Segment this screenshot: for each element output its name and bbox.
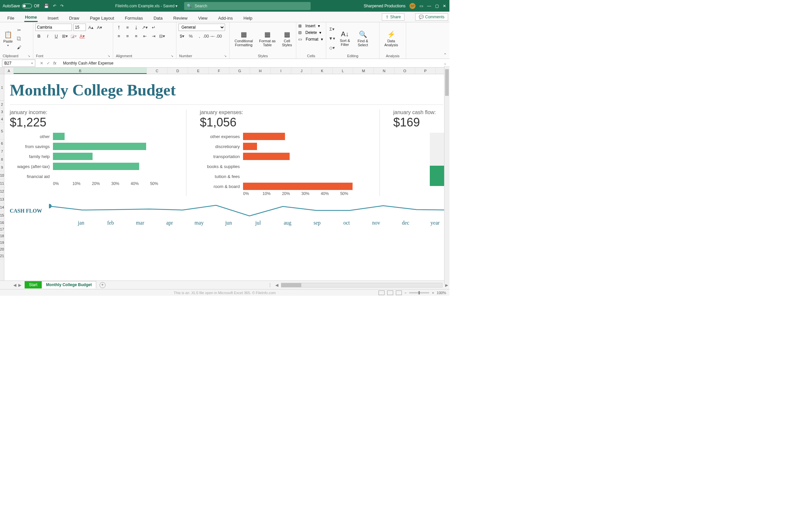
normal-view-icon[interactable] xyxy=(378,290,385,295)
spreadsheet-grid[interactable]: 123456789101112131415161718192021 ABCDEF… xyxy=(0,68,449,281)
share-button[interactable]: ⇪Share xyxy=(382,13,405,21)
enter-formula-icon[interactable]: ✓ xyxy=(47,61,50,65)
tab-view[interactable]: View xyxy=(198,14,208,22)
align-center-icon[interactable]: ≡ xyxy=(124,32,131,40)
align-top-icon[interactable]: ⭱ xyxy=(115,24,123,31)
row-header-20[interactable]: 20 xyxy=(0,246,4,252)
comments-button[interactable]: 💬Comments xyxy=(415,13,448,21)
vertical-scrollbar[interactable] xyxy=(444,66,449,284)
col-header-J[interactable]: J xyxy=(291,68,312,74)
col-header-F[interactable]: F xyxy=(209,68,229,74)
col-header-E[interactable]: E xyxy=(188,68,209,74)
align-right-icon[interactable]: ≡ xyxy=(132,32,140,40)
italic-button[interactable]: I xyxy=(44,32,51,40)
increase-indent-icon[interactable]: ⇥ xyxy=(150,32,157,40)
minimize-icon[interactable]: — xyxy=(427,4,431,8)
sheet-tab-start[interactable]: Start xyxy=(25,281,42,288)
col-header-G[interactable]: G xyxy=(229,68,250,74)
find-select-button[interactable]: 🔍Find & Select xyxy=(354,30,372,48)
copy-icon[interactable]: ⿻ xyxy=(15,35,23,43)
save-icon[interactable]: 💾 xyxy=(44,4,49,8)
col-header-L[interactable]: L xyxy=(333,68,353,74)
row-header-2[interactable]: 2 xyxy=(0,101,4,108)
row-header-7[interactable]: 7 xyxy=(0,147,4,155)
row-header-11[interactable]: 11 xyxy=(0,179,4,187)
maximize-icon[interactable]: ▢ xyxy=(435,4,439,8)
bold-button[interactable]: B xyxy=(35,32,43,40)
comma-icon[interactable]: , xyxy=(196,32,203,40)
search-input[interactable]: 🔍 Search xyxy=(184,2,311,10)
col-header-M[interactable]: M xyxy=(353,68,374,74)
row-header-10[interactable]: 10 xyxy=(0,171,4,179)
decrease-indent-icon[interactable]: ⇤ xyxy=(141,32,148,40)
tab-help[interactable]: Help xyxy=(243,14,253,22)
account-name[interactable]: Sharpened Productions xyxy=(364,4,406,8)
row-header-5[interactable]: 5 xyxy=(0,123,4,139)
align-middle-icon[interactable]: ≡ xyxy=(124,24,131,31)
cancel-formula-icon[interactable]: ✕ xyxy=(40,61,43,65)
row-header-4[interactable]: 4 xyxy=(0,115,4,123)
data-analysis-button[interactable]: ⚡Data Analysis xyxy=(382,30,401,48)
account-avatar[interactable]: SP xyxy=(409,3,415,9)
percent-icon[interactable]: % xyxy=(187,32,194,40)
filename-label[interactable]: FileInfo.com Example.xls - Saved ▾ xyxy=(115,4,178,8)
autosave-toggle[interactable]: AutoSave Off xyxy=(0,4,42,8)
number-format-select[interactable]: General xyxy=(179,24,225,31)
zoom-slider[interactable] xyxy=(409,292,429,293)
row-header-17[interactable]: 17 xyxy=(0,226,4,232)
col-header-I[interactable]: I xyxy=(271,68,291,74)
tab-file[interactable]: File xyxy=(7,14,15,22)
col-header-C[interactable]: C xyxy=(147,68,167,74)
font-launcher-icon[interactable]: ↘ xyxy=(108,54,110,58)
orientation-icon[interactable]: ↗▾ xyxy=(141,24,148,31)
horizontal-scrollbar[interactable] xyxy=(281,283,443,287)
tab-data[interactable]: Data xyxy=(153,14,163,22)
row-header-21[interactable]: 21 xyxy=(0,252,4,259)
col-header-P[interactable]: P xyxy=(415,68,436,74)
collapse-ribbon-icon[interactable]: ⌃ xyxy=(443,53,447,57)
zoom-in-icon[interactable]: + xyxy=(432,291,434,295)
row-header-15[interactable]: 15 xyxy=(0,211,4,219)
sort-filter-button[interactable]: A↓Sort & Filter xyxy=(337,30,353,47)
row-header-19[interactable]: 19 xyxy=(0,239,4,246)
row-header-8[interactable]: 8 xyxy=(0,155,4,163)
row-header-3[interactable]: 3 xyxy=(0,108,4,115)
row-header-1[interactable]: 1 xyxy=(0,74,4,101)
tab-add-ins[interactable]: Add-ins xyxy=(217,14,234,22)
zoom-level[interactable]: 100% xyxy=(437,291,446,295)
tab-draw[interactable]: Draw xyxy=(69,14,80,22)
row-header-12[interactable]: 12 xyxy=(0,187,4,195)
underline-button[interactable]: U xyxy=(53,32,60,40)
col-header-D[interactable]: D xyxy=(167,68,188,74)
tab-insert[interactable]: Insert xyxy=(47,14,59,22)
clear-icon[interactable]: ◇▾ xyxy=(328,44,336,52)
col-header-O[interactable]: O xyxy=(394,68,415,74)
borders-icon[interactable]: ⊞▾ xyxy=(61,32,69,40)
tab-review[interactable]: Review xyxy=(173,14,188,22)
fill-icon[interactable]: ▼▾ xyxy=(328,35,336,42)
row-header-18[interactable]: 18 xyxy=(0,232,4,239)
delete-cells-button[interactable]: ⊟ Delete ▾ xyxy=(298,30,321,35)
increase-decimal-icon[interactable]: .00→ xyxy=(204,32,212,40)
name-box[interactable]: B27▾ xyxy=(2,60,35,67)
paste-button[interactable]: 📋Paste▾ xyxy=(2,30,14,48)
col-header-B[interactable]: B xyxy=(14,68,147,74)
ribbon-mode-icon[interactable]: ▭ xyxy=(420,4,423,8)
merge-center-icon[interactable]: ⊟▾ xyxy=(159,32,166,40)
number-launcher-icon[interactable]: ↘ xyxy=(224,54,227,58)
align-bottom-icon[interactable]: ⭳ xyxy=(132,24,140,31)
expand-formula-bar-icon[interactable]: ⌄ xyxy=(441,61,449,65)
row-header-9[interactable]: 9 xyxy=(0,163,4,171)
row-header-16[interactable]: 16 xyxy=(0,219,4,226)
hscroll-left-icon[interactable]: ◀ xyxy=(274,283,280,287)
undo-icon[interactable]: ↶ xyxy=(53,4,56,8)
fx-icon[interactable]: fx xyxy=(53,61,56,65)
redo-icon[interactable]: ↷ xyxy=(60,4,63,8)
insert-cells-button[interactable]: ⊞ Insert ▾ xyxy=(298,24,320,28)
increase-font-icon[interactable]: A▴ xyxy=(87,24,95,31)
col-header-K[interactable]: K xyxy=(312,68,333,74)
tab-home[interactable]: Home xyxy=(24,13,38,22)
font-color-icon[interactable]: A▾ xyxy=(78,32,86,40)
sheet-tab-budget[interactable]: Monthly College Budget xyxy=(42,281,96,288)
format-cells-button[interactable]: ▭ Format ▾ xyxy=(298,37,323,42)
